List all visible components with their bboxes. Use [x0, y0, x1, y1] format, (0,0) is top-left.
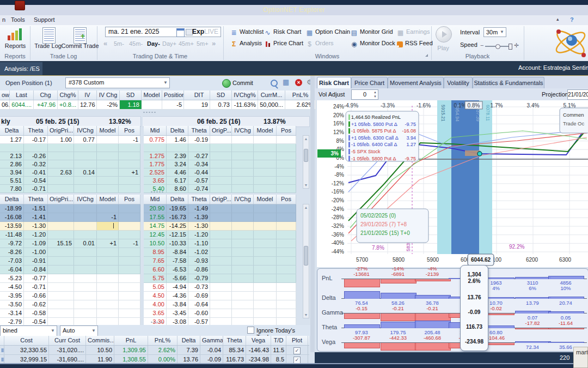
splitter-grip[interactable] [150, 321, 163, 323]
col-header[interactable]: Model [97, 195, 119, 204]
table-row[interactable]: 10.50-10.33-1.10 [144, 239, 296, 248]
table-row[interactable]: 8.95-8.84-1.02 [144, 248, 296, 257]
col-header[interactable]: Theta [24, 126, 48, 135]
play-button[interactable] [436, 26, 452, 43]
col-header[interactable]: Mid [144, 126, 167, 135]
col-header[interactable]: IV [78, 91, 97, 100]
col-header[interactable]: IVChg [232, 126, 254, 135]
table-row[interactable]: 14.75-14.25-1.30 [144, 222, 296, 231]
table-row[interactable]: -16.08-1.41-1 [0, 213, 140, 222]
col-header[interactable]: Model [254, 126, 277, 135]
table-row[interactable]: -11.48-1.20 [0, 231, 140, 239]
splitter-grip[interactable] [150, 191, 163, 193]
col-header[interactable]: Plot [286, 336, 308, 345]
window-button-monitor-dock[interactable]: ◉Monitor Dock [351, 40, 395, 49]
menu-item-fragment[interactable]: n [2, 16, 5, 23]
window-button-analysis[interactable]: ΣAnalysis [230, 40, 262, 49]
table-row[interactable]: 6.60-6.53-0.86 [144, 266, 296, 274]
window-button-risk-chart[interactable]: ∿Risk Chart [264, 28, 301, 37]
col-header[interactable]: Model [142, 91, 162, 100]
col-header[interactable]: PnL [114, 336, 148, 345]
col-header[interactable]: Theta [188, 126, 210, 135]
col-header[interactable]: Position [162, 91, 184, 100]
table-row[interactable]: -6.04-0.84 [0, 266, 140, 274]
vol-adjust-spinner[interactable]: 0 ▲▼ [351, 89, 378, 100]
col-header[interactable]: Last [10, 91, 34, 100]
export-table-icon[interactable]: ▦ [283, 78, 289, 86]
help-icon[interactable]: ? [570, 16, 574, 23]
col-header[interactable]: Theta [223, 336, 246, 345]
table-row[interactable]: -3.50-0.62 [0, 300, 140, 309]
col-header[interactable]: Model [97, 126, 119, 135]
menu-item-support[interactable]: Support [34, 16, 55, 23]
table-row[interactable] [144, 144, 296, 152]
table-row[interactable]: 20.90-19.65-1.49 [144, 204, 296, 213]
col-header[interactable]: ow [0, 91, 10, 100]
table-row[interactable]: -9.72-1.0915.150.01+1-1 [0, 239, 140, 248]
table-row[interactable]: 7.80-0.71 [0, 185, 140, 193]
col-header[interactable]: IVChg [232, 195, 254, 204]
col-header[interactable]: Pos [119, 126, 140, 135]
table-row[interactable]: 5.408.60-0.74 [144, 185, 296, 193]
position-preset-select[interactable]: #378 Custom▼ [65, 77, 170, 88]
col-header[interactable]: CurrM... [258, 91, 285, 100]
table-row[interactable]: 5.51-0.54 [0, 177, 140, 185]
table-row[interactable]: -18.99-1.51 [0, 204, 140, 213]
table-row[interactable]: 32,330.55-31,020....10.501,309.952.62%7.… [0, 346, 309, 355]
window-button-watchlist[interactable]: ≣Watchlist [230, 28, 264, 37]
col-header[interactable]: OrigPri... [48, 126, 74, 135]
window-button-option-chain[interactable]: ▦Option Chain [306, 28, 350, 37]
col-header[interactable]: PnL% [148, 336, 177, 345]
risk-chart[interactable]: 5915.215954.946037.396078.115835.997.8%9… [317, 100, 588, 267]
scrollbar-vertical[interactable]: ▲▼ [303, 135, 309, 189]
col-header[interactable]: Pos [119, 195, 140, 204]
col-header[interactable]: OrigPri... [48, 195, 74, 204]
table-row[interactable]: 4.50-4.36-0.69 [144, 292, 296, 300]
col-header[interactable] [0, 336, 4, 345]
scrollbar-thumb[interactable] [304, 246, 308, 266]
windows-dialog-launcher-icon[interactable] [425, 54, 428, 57]
table-row[interactable]: -13.59-1.30 [0, 222, 140, 231]
table-row[interactable]: -3.95-0.66 [0, 292, 140, 300]
col-header[interactable]: Chg [34, 91, 58, 100]
col-header[interactable]: OrigP... [210, 126, 232, 135]
table-row[interactable]: 4.00-3.84-0.64 [144, 300, 296, 309]
table-row[interactable]: 06....6044....+47.96+0.8...12.76-2%1.18-… [0, 100, 316, 110]
splitter-grip[interactable] [143, 111, 156, 113]
col-header[interactable]: IVChg [74, 195, 97, 204]
col-header[interactable]: Delta [0, 195, 24, 204]
projection-date-field[interactable]: 21/01/2025 [567, 89, 588, 100]
table-row[interactable]: 12.45-12.15-1.20 [144, 231, 296, 239]
table-row[interactable]: 7.65-7.58-0.93 [144, 257, 296, 266]
window-button-price-chart[interactable]: Price Chart [264, 40, 303, 49]
combine-mode-select[interactable]: bined▼ [0, 325, 57, 336]
speed-slider[interactable]: − ✛ [480, 45, 518, 50]
col-header[interactable]: Commis... [86, 336, 114, 345]
col-header[interactable]: Model [254, 195, 277, 204]
col-header[interactable]: Cost [4, 336, 49, 345]
table-row[interactable]: -7.03-0.91 [0, 257, 140, 266]
table-row[interactable]: 3.94-0.412.630.14+1 [0, 168, 140, 177]
table-row[interactable]: -8.26-1.00 [0, 248, 140, 257]
tab-volatility[interactable]: Volatility [444, 77, 473, 88]
close-position-icon[interactable]: ✕ [295, 79, 302, 86]
table-row[interactable]: 17.55-16.73-1.39 [144, 213, 296, 222]
col-header[interactable]: Delta [167, 195, 188, 204]
table-row[interactable] [0, 144, 140, 152]
auto-select[interactable]: Auto▼ [60, 325, 98, 336]
col-header[interactable]: Theta [188, 195, 210, 204]
interval-select[interactable]: 30m▼ [483, 27, 506, 37]
window-button-rss-feed[interactable]: RSS Feed [397, 40, 433, 49]
col-header[interactable]: IVChg [74, 126, 97, 135]
panel-splitter[interactable] [310, 76, 315, 352]
col-header[interactable]: Vega [246, 336, 271, 345]
tab-statistics-fundamentals[interactable]: Statistics & Fundamentals [473, 77, 544, 88]
table-row[interactable]: 1.27-0.171.000.77-1 [0, 136, 140, 144]
col-header[interactable]: T/D [271, 336, 286, 345]
tab-movement-analysis[interactable]: Movement Analysis [388, 77, 444, 88]
collapse-ribbon-icon[interactable]: ▴ [556, 16, 559, 22]
table-row[interactable]: 3.656.17-0.57 [144, 177, 296, 185]
table-row[interactable]: -4.50-0.71 [0, 283, 140, 292]
tab-price-chart[interactable]: Price Chart [351, 77, 388, 88]
col-header[interactable]: IV Chg [97, 91, 120, 100]
